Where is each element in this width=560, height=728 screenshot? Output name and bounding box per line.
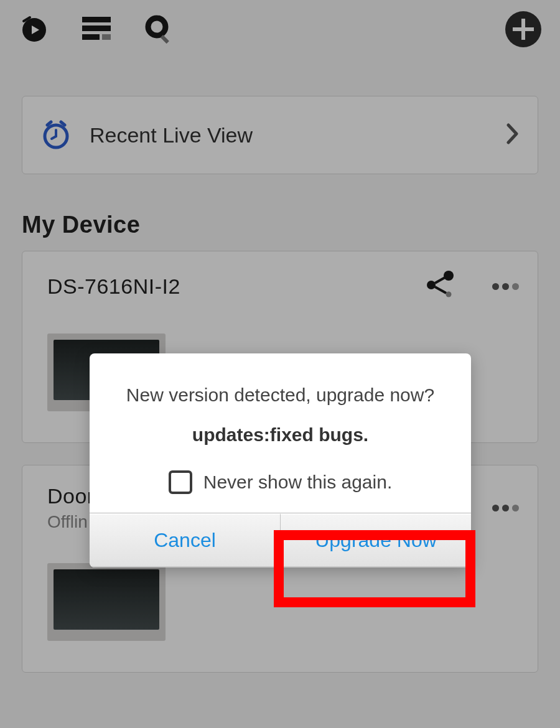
dialog-checkbox-row: Never show this again. [90, 470, 471, 513]
dialog-subtitle: updates:fixed bugs. [90, 424, 471, 470]
cancel-button[interactable]: Cancel [90, 513, 281, 567]
upgrade-dialog: New version detected, upgrade now? updat… [90, 353, 471, 567]
dialog-actions: Cancel Upgrade Now [90, 513, 471, 567]
never-show-checkbox[interactable] [169, 470, 192, 494]
never-show-label: Never show this again. [203, 472, 393, 493]
upgrade-now-button[interactable]: Upgrade Now [281, 513, 471, 567]
dialog-title: New version detected, upgrade now? [90, 353, 471, 424]
